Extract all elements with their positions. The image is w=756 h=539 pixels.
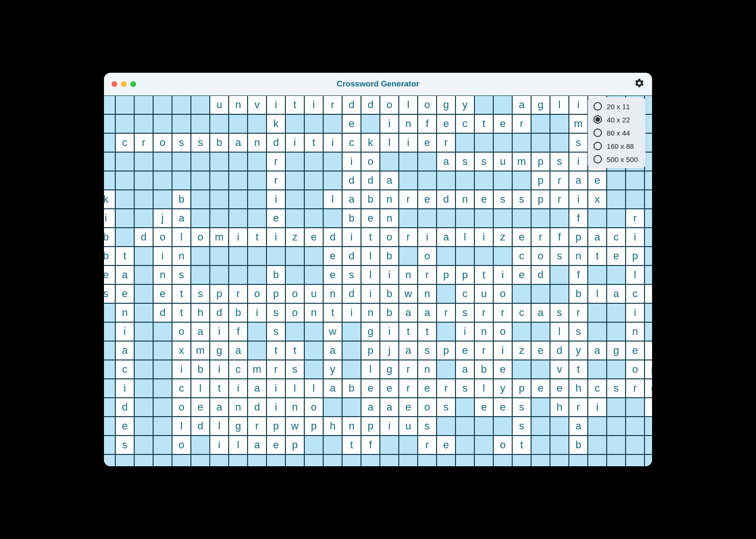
grid-cell[interactable]: i — [644, 341, 652, 360]
grid-cell[interactable]: t — [115, 247, 134, 265]
grid-cell[interactable]: s — [115, 436, 134, 454]
grid-cell[interactable]: d — [191, 417, 210, 436]
grid-cell[interactable]: a — [437, 228, 455, 247]
grid-cell[interactable] — [323, 114, 342, 133]
grid-cell[interactable]: o — [493, 284, 512, 303]
grid-cell[interactable]: r — [399, 228, 418, 247]
grid-cell[interactable]: z — [493, 228, 512, 247]
grid-cell[interactable] — [644, 133, 652, 152]
grid-cell[interactable] — [644, 265, 652, 284]
grid-cell[interactable] — [153, 114, 172, 133]
grid-cell[interactable] — [115, 114, 134, 133]
grid-cell[interactable] — [607, 436, 626, 454]
grid-cell[interactable] — [626, 190, 644, 209]
grid-cell[interactable]: l — [626, 265, 644, 284]
grid-cell[interactable] — [153, 398, 172, 417]
grid-cell[interactable]: u — [304, 284, 323, 303]
grid-cell[interactable] — [134, 265, 153, 284]
grid-cell[interactable]: s — [437, 398, 455, 417]
grid-cell[interactable]: i — [210, 322, 229, 341]
grid-cell[interactable] — [455, 133, 474, 152]
grid-cell[interactable]: a — [229, 341, 248, 360]
grid-cell[interactable]: i — [399, 133, 418, 152]
grid-cell[interactable] — [437, 322, 455, 341]
grid-cell[interactable]: i — [342, 303, 361, 322]
grid-cell[interactable] — [644, 454, 652, 466]
grid-cell[interactable] — [153, 341, 172, 360]
grid-cell[interactable] — [248, 209, 266, 228]
grid-cell[interactable] — [248, 322, 266, 341]
grid-cell[interactable] — [437, 171, 455, 190]
grid-cell[interactable]: i — [115, 322, 134, 341]
grid-cell[interactable] — [531, 114, 550, 133]
grid-cell[interactable]: a — [342, 190, 361, 209]
grid-cell[interactable]: a — [248, 379, 266, 398]
grid-cell[interactable] — [512, 454, 531, 466]
grid-cell[interactable]: o — [361, 152, 380, 171]
grid-cell[interactable]: i — [115, 379, 134, 398]
grid-cell[interactable] — [588, 360, 607, 379]
grid-cell[interactable]: d — [115, 398, 134, 417]
grid-cell[interactable]: a — [455, 360, 474, 379]
grid-cell[interactable]: i — [626, 303, 644, 322]
grid-cell[interactable] — [104, 95, 115, 114]
grid-cell[interactable]: t — [285, 95, 304, 114]
grid-cell[interactable]: u — [210, 95, 229, 114]
grid-cell[interactable] — [644, 247, 652, 265]
grid-cell[interactable] — [531, 398, 550, 417]
grid-cell[interactable]: k — [361, 133, 380, 152]
grid-cell[interactable] — [607, 265, 626, 284]
grid-cell[interactable]: d — [550, 341, 569, 360]
grid-cell[interactable] — [323, 209, 342, 228]
grid-cell[interactable] — [323, 436, 342, 454]
grid-cell[interactable]: e — [342, 114, 361, 133]
grid-cell[interactable]: b — [380, 303, 399, 322]
grid-cell[interactable]: a — [323, 379, 342, 398]
grid-cell[interactable] — [474, 95, 493, 114]
grid-cell[interactable] — [418, 209, 437, 228]
grid-cell[interactable]: r — [474, 303, 493, 322]
grid-cell[interactable]: b — [229, 303, 248, 322]
grid-cell[interactable] — [323, 171, 342, 190]
grid-cell[interactable]: r — [134, 133, 153, 152]
grid-cell[interactable]: e — [323, 265, 342, 284]
grid-cell[interactable]: n — [455, 190, 474, 209]
grid-cell[interactable]: c — [342, 133, 361, 152]
grid-cell[interactable]: n — [380, 209, 399, 228]
grid-cell[interactable]: l — [323, 190, 342, 209]
grid-cell[interactable]: c — [512, 247, 531, 265]
grid-cell[interactable] — [342, 454, 361, 466]
grid-cell[interactable]: l — [399, 95, 418, 114]
grid-cell[interactable] — [607, 322, 626, 341]
grid-cell[interactable] — [248, 265, 266, 284]
grid-cell[interactable]: o — [531, 247, 550, 265]
grid-cell[interactable] — [493, 133, 512, 152]
grid-cell[interactable] — [134, 417, 153, 436]
grid-cell[interactable]: r — [569, 398, 588, 417]
grid-cell[interactable] — [550, 114, 569, 133]
grid-cell[interactable] — [134, 454, 153, 466]
grid-cell[interactable] — [104, 436, 115, 454]
grid-cell[interactable]: c — [115, 133, 134, 152]
grid-cell[interactable]: f — [361, 436, 380, 454]
grid-cell[interactable]: s — [285, 360, 304, 379]
grid-cell[interactable]: y — [323, 360, 342, 379]
grid-cell[interactable] — [399, 454, 418, 466]
grid-cell[interactable]: r — [266, 171, 285, 190]
grid-cell[interactable] — [304, 322, 323, 341]
grid-cell[interactable] — [248, 114, 266, 133]
grid-cell[interactable]: n — [399, 114, 418, 133]
grid-cell[interactable]: a — [437, 152, 455, 171]
grid-cell[interactable] — [285, 190, 304, 209]
grid-cell[interactable] — [104, 152, 115, 171]
grid-cell[interactable] — [104, 322, 115, 341]
grid-cell[interactable]: n — [323, 284, 342, 303]
grid-cell[interactable]: o — [493, 436, 512, 454]
grid-cell[interactable]: r — [437, 133, 455, 152]
grid-cell[interactable] — [172, 95, 191, 114]
grid-cell[interactable]: i — [229, 228, 248, 247]
grid-cell[interactable] — [104, 341, 115, 360]
grid-cell[interactable]: i — [210, 436, 229, 454]
grid-cell[interactable]: m — [248, 360, 266, 379]
grid-cell[interactable]: e — [153, 284, 172, 303]
